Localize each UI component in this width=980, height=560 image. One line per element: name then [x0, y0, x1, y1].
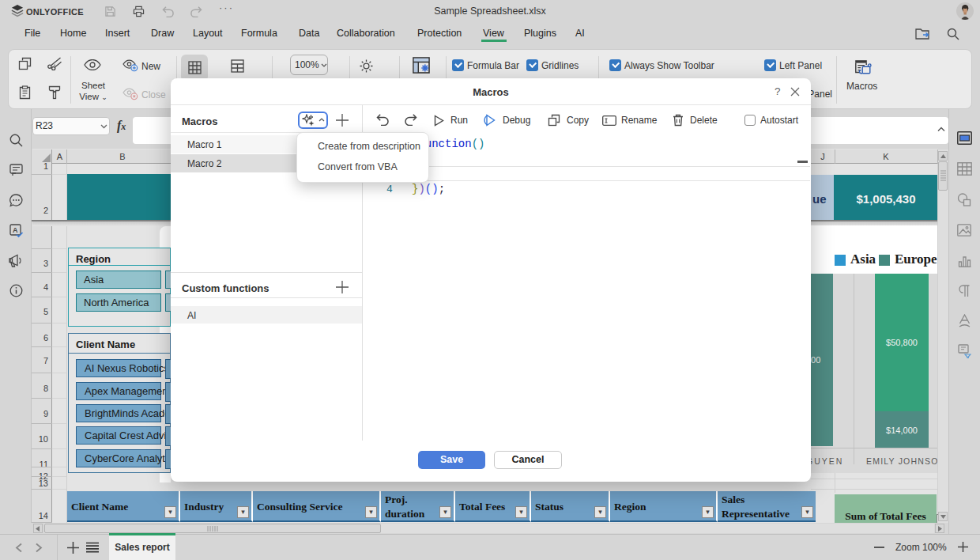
- svg-text:A: A: [13, 226, 18, 234]
